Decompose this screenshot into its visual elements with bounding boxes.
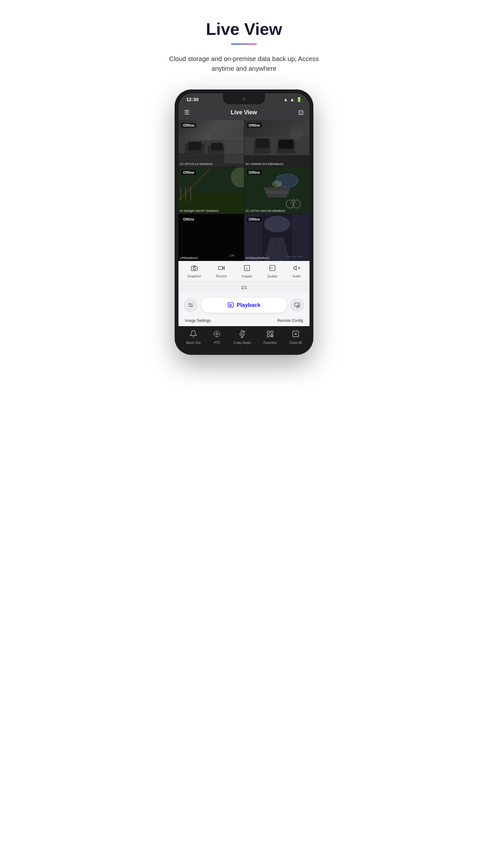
audio-label: Audio: [292, 275, 301, 278]
snapshot-label: Snapshot: [187, 275, 201, 278]
alarm-out-icon: [190, 330, 197, 340]
images-label: Images: [242, 275, 252, 278]
nav-close-all-label: Close All: [290, 341, 302, 345]
svg-rect-75: [267, 331, 269, 333]
cam-label-2: SC-2085WD-I0-F28(Medium): [246, 162, 284, 166]
images-icon: 6: [243, 265, 251, 273]
camera-cell-3[interactable]: Offline #4 Starlight SMART (Medium): [178, 167, 244, 214]
playback-button[interactable]: Playback: [201, 298, 287, 313]
svg-point-56: [189, 304, 190, 305]
record-label: Record: [216, 275, 226, 278]
svg-point-32: [272, 181, 282, 187]
svg-rect-10: [256, 138, 269, 148]
camera-cell-4[interactable]: Offline SC-32TV5-AWLF28-I(Medium): [244, 167, 310, 214]
cam-label-6: 402Kbps(Medium): [246, 256, 269, 259]
svg-point-41: [264, 216, 290, 232]
bottom-toolbar: Snapshot Record 6 Images: [178, 261, 310, 281]
quality-button[interactable]: SD Quality: [267, 265, 277, 278]
svg-line-59: [230, 304, 232, 305]
offline-badge-6: Offline: [247, 217, 262, 222]
title-underline: [231, 43, 257, 45]
snapshot-button[interactable]: Snapshot: [187, 265, 201, 278]
camera-grid: Offline SC-3HTV5-AZ-I(Medium) Offline SC…: [178, 120, 310, 261]
svg-text:LPR: LPR: [229, 254, 235, 257]
offline-badge-5: Offline: [181, 217, 196, 222]
nav-alarm-out[interactable]: Alarm Out: [186, 330, 200, 345]
record-icon: [218, 265, 225, 273]
svg-rect-76: [271, 331, 273, 333]
quality-icon: SD: [269, 265, 276, 273]
playback-row: Playback: [178, 293, 310, 317]
audio-icon: [293, 265, 300, 273]
camera-cell-2[interactable]: Offline SC-2085WD-I0-F28(Medium): [244, 120, 310, 167]
bottom-labels: Image Settings Remote Config: [178, 317, 310, 326]
front-camera: [242, 97, 246, 100]
remote-config-button[interactable]: [290, 298, 304, 312]
image-settings-label[interactable]: Image Settings: [185, 318, 211, 323]
camera-cell-1[interactable]: Offline SC-3HTV5-AZ-I(Medium): [178, 120, 244, 167]
cam-label-3: #4 Starlight SMART (Medium): [180, 209, 219, 213]
nav-alarm-out-label: Alarm Out: [186, 341, 200, 345]
svg-rect-26: [265, 190, 288, 194]
camera-cell-6[interactable]: Vehicle Det... Offline 402Kbps(Medium): [244, 214, 310, 261]
svg-rect-4: [211, 143, 222, 150]
svg-point-14: [290, 127, 303, 140]
phone-screen: 12:30 ▲ ▲ 🔋 ☰ Live View ⊡: [178, 93, 310, 351]
nav-ptz-label: PTZ: [214, 341, 220, 345]
svg-line-60: [230, 305, 232, 306]
playback-label: Playback: [236, 302, 260, 308]
audio-button[interactable]: Audio: [292, 265, 301, 278]
cam-label-5: LPR(Medium): [180, 256, 198, 259]
nav-favorites[interactable]: Favorites: [264, 330, 277, 345]
nav-two-way-audio[interactable]: 2-way Audio: [233, 330, 251, 345]
svg-rect-40: [291, 214, 310, 261]
nav-favorites-label: Favorites: [264, 341, 277, 345]
grid-view-icon[interactable]: ⊡: [298, 108, 304, 116]
nav-ptz[interactable]: PTZ: [213, 330, 221, 345]
cam-label-1: SC-3HTV5-AZ-I(Medium): [180, 162, 213, 166]
status-icons: ▲ ▲ 🔋: [283, 97, 302, 102]
page-subtitle: Cloud storage and on-premise data back u…: [163, 54, 325, 73]
snapshot-icon: [191, 265, 198, 273]
svg-marker-51: [294, 266, 296, 270]
svg-marker-79: [271, 335, 273, 337]
remote-config-label[interactable]: Remote Config: [277, 318, 303, 323]
svg-text:Vehicle Det...: Vehicle Det...: [287, 255, 306, 258]
signal-icon: ▲: [290, 97, 294, 102]
record-button[interactable]: Record: [216, 265, 226, 278]
svg-point-57: [191, 306, 192, 307]
close-all-icon: [292, 330, 299, 340]
two-way-audio-icon: [238, 330, 246, 340]
menu-icon[interactable]: ☰: [184, 109, 190, 116]
wifi-icon: ▲: [283, 97, 288, 102]
svg-rect-2: [188, 142, 201, 150]
svg-marker-46: [222, 267, 224, 269]
app-header: ☰ Live View ⊡: [178, 104, 310, 120]
cam-label-4: SC-32TV5-AWLF28-I(Medium): [246, 209, 285, 213]
svg-rect-45: [218, 267, 222, 269]
status-time: 12:30: [186, 97, 198, 102]
image-settings-button[interactable]: [184, 298, 198, 312]
battery-icon: 🔋: [296, 97, 302, 102]
pagination-bar: 1/1: [178, 281, 310, 293]
page-title: Live View: [206, 20, 282, 39]
phone-notch: [223, 93, 265, 104]
nav-close-all[interactable]: Close All: [290, 330, 302, 345]
svg-rect-27: [267, 194, 287, 197]
images-button[interactable]: 6 Images: [242, 265, 252, 278]
svg-point-68: [216, 333, 218, 335]
offline-badge-1: Offline: [181, 123, 196, 128]
svg-rect-20: [190, 187, 191, 200]
ptz-icon: [213, 330, 221, 340]
camera-cell-5[interactable]: LPR Offline LPR(Medium): [178, 214, 244, 261]
nav-two-way-audio-label: 2-way Audio: [233, 341, 251, 345]
svg-rect-77: [267, 335, 269, 337]
svg-text:6: 6: [246, 267, 248, 270]
favorites-icon: [266, 330, 274, 340]
svg-rect-6: [224, 137, 244, 164]
phone-shell: 12:30 ▲ ▲ 🔋 ☰ Live View ⊡: [174, 89, 314, 355]
svg-point-44: [193, 268, 195, 270]
quality-label: Quality: [267, 275, 277, 278]
pagination-text: 1/1: [241, 285, 247, 290]
svg-rect-12: [279, 140, 293, 149]
